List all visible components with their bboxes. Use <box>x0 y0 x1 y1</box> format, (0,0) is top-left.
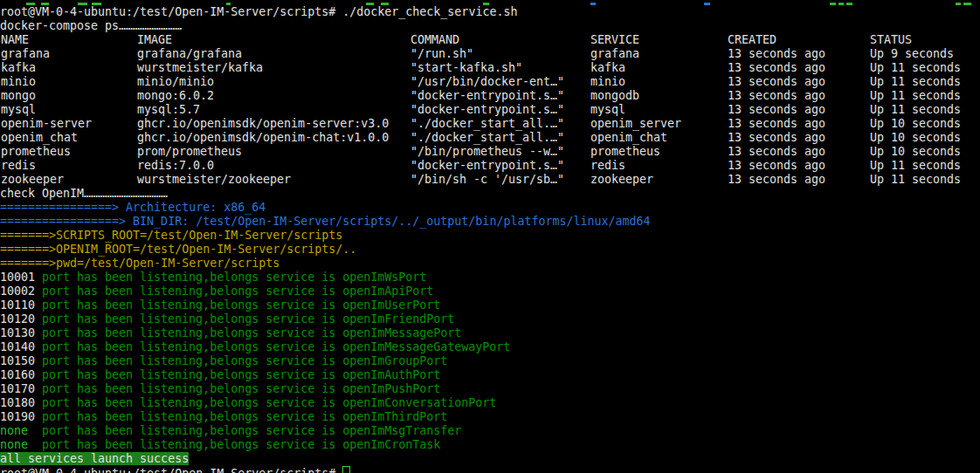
env-line: =======>OPENIM_ROOT=/test/Open-IM-Server… <box>0 243 980 257</box>
cell-status: Up 11 seconds <box>870 61 961 75</box>
cell-image: mongo:6.0.2 <box>137 89 214 103</box>
port-message: port has been listening,belongs service … <box>42 424 335 437</box>
table-row: mysqlmysql:5.7"docker-entrypoint.s…"mysq… <box>0 103 980 117</box>
env-line: =================> BIN_DIR: /test/Open-I… <box>0 215 980 229</box>
cell-created: 13 seconds ago <box>728 145 825 159</box>
port-service-name: openImGroupPort <box>342 354 447 367</box>
env-text: ================> Architecture: x86_64 <box>0 201 266 214</box>
port-message: port has been listening,belongs service … <box>42 354 335 367</box>
cell-command: "/bin/sh -c '/usr/sb…" <box>411 173 564 187</box>
port-message: port has been listening,belongs service … <box>42 340 335 353</box>
port-message: port has been listening,belongs service … <box>42 382 335 395</box>
port-number: 10001 <box>0 271 42 284</box>
port-number: 10190 <box>0 410 42 424</box>
check-openim-line: check OpenIM……………………………… <box>0 187 980 201</box>
port-status-line: 10150port has been listening,belongs ser… <box>0 354 980 368</box>
column-header: SERVICE <box>590 33 639 47</box>
port-service-name: openImThirdPort <box>342 410 447 423</box>
port-service-name: openImPushPort <box>342 382 440 395</box>
cell-name: mysql <box>1 103 36 117</box>
cell-service: grafana <box>590 47 639 61</box>
cell-service: mongodb <box>590 89 639 103</box>
cell-service: mysql <box>590 103 625 117</box>
cell-name: prometheus <box>1 145 71 159</box>
port-status-line: noneport has been listening,belongs serv… <box>0 424 980 438</box>
port-status-line: noneport has been listening,belongs serv… <box>0 438 980 452</box>
prompt-text: root@VM-0-4-ubuntu:/test/Open-IM-Server/… <box>0 5 335 18</box>
cell-service: kafka <box>590 61 625 75</box>
cell-command: "./docker_start_all.…" <box>411 117 564 131</box>
cell-image: prom/prometheus <box>137 145 242 159</box>
cell-created: 13 seconds ago <box>728 103 825 117</box>
port-number: 10110 <box>0 298 42 312</box>
port-service-name: openImCronTask <box>342 438 440 451</box>
terminal-body[interactable]: root@VM-0-4-ubuntu:/test/Open-IM-Server/… <box>0 0 980 473</box>
cell-name: minio <box>1 75 36 89</box>
cell-service: prometheus <box>590 145 660 159</box>
table-row: grafanagrafana/grafana"/run.sh"grafana13… <box>0 47 980 61</box>
port-number: none <box>0 438 42 452</box>
cell-created: 13 seconds ago <box>728 75 825 89</box>
cell-name: mongo <box>1 89 36 103</box>
cell-command: "/bin/prometheus --w…" <box>411 145 564 159</box>
port-service-name: openImMessagePort <box>342 326 461 339</box>
cell-name: zookeeper <box>1 173 64 187</box>
cell-command: "./docker_start_all.…" <box>411 131 564 145</box>
docker-compose-ps-line: docker-compose ps……………………… <box>0 19 980 33</box>
port-message: port has been listening,belongs service … <box>42 368 335 381</box>
port-service-name: openImWsPort <box>342 271 426 284</box>
cell-created: 13 seconds ago <box>728 173 825 187</box>
cell-command: "/run.sh" <box>411 47 473 61</box>
cell-command: "docker-entrypoint.s…" <box>411 103 564 117</box>
cell-created: 13 seconds ago <box>728 89 825 103</box>
terminal-cursor <box>342 466 350 473</box>
port-status-line: 10180port has been listening,belongs ser… <box>0 396 980 410</box>
port-number: 10150 <box>0 354 42 368</box>
cell-service: zookeeper <box>590 173 653 187</box>
env-line: ================> Architecture: x86_64 <box>0 201 980 215</box>
cell-status: Up 10 seconds <box>870 145 961 159</box>
table-row: mongomongo:6.0.2"docker-entrypoint.s…"mo… <box>0 89 980 103</box>
docker-compose-ps-text: docker-compose ps……………………… <box>0 19 182 32</box>
table-row: zookeeperwurstmeister/zookeeper"/bin/sh … <box>0 173 980 187</box>
table-row: openim_chatghcr.io/openimsdk/openim-chat… <box>0 131 980 145</box>
cell-status: Up 11 seconds <box>870 103 961 117</box>
table-row: miniominio/minio"/usr/bin/docker-ent…"mi… <box>0 75 980 89</box>
port-status-line: 10170port has been listening,belongs ser… <box>0 382 980 396</box>
column-header: NAME <box>1 33 29 47</box>
cell-status: Up 10 seconds <box>870 117 961 131</box>
final-prompt-line: root@VM-0-4-ubuntu:/test/Open-IM-Server/… <box>0 466 980 473</box>
table-row: prometheusprom/prometheus"/bin/prometheu… <box>0 145 980 159</box>
cell-command: "docker-entrypoint.s…" <box>411 159 564 173</box>
port-number: 10160 <box>0 368 42 382</box>
port-number: 10140 <box>0 340 42 354</box>
cell-status: Up 9 seconds <box>870 47 954 61</box>
port-number: 10002 <box>0 284 42 298</box>
port-status-line: 10190port has been listening,belongs ser… <box>0 410 980 424</box>
env-text: =======>SCRIPTS_ROOT=/test/Open-IM-Serve… <box>0 229 342 242</box>
cell-image: wurstmeister/zookeeper <box>137 173 291 187</box>
cell-service: redis <box>590 159 625 173</box>
cell-image: mysql:5.7 <box>137 103 200 117</box>
cell-status: Up 11 seconds <box>870 159 961 173</box>
port-number: 10120 <box>0 312 42 326</box>
port-status-line: 10002port has been listening,belongs ser… <box>0 284 980 298</box>
cell-image: ghcr.io/openimsdk/openim-server:v3.0 <box>137 117 389 131</box>
cell-image: grafana/grafana <box>137 47 242 61</box>
cell-image: redis:7.0.0 <box>137 159 214 173</box>
port-service-name: openImAuthPort <box>342 368 440 381</box>
cell-image: minio/minio <box>137 75 214 89</box>
cell-name: kafka <box>1 61 36 75</box>
cell-service: openim_server <box>590 117 681 131</box>
cell-name: openim-server <box>1 117 92 131</box>
port-message: port has been listening,belongs service … <box>42 271 335 284</box>
column-header: IMAGE <box>137 33 172 47</box>
cell-name: openim_chat <box>1 131 78 145</box>
port-service-name: openImConversationPort <box>342 396 496 409</box>
table-row: openim-serverghcr.io/openimsdk/openim-se… <box>0 117 980 131</box>
table-header-row: NAMEIMAGECOMMANDSERVICECREATEDSTATUS <box>0 33 980 47</box>
env-text: =======>OPENIM_ROOT=/test/Open-IM-Server… <box>0 243 356 256</box>
port-status-line: 10140port has been listening,belongs ser… <box>0 340 980 354</box>
cell-status: Up 11 seconds <box>870 173 961 187</box>
port-service-name: openImMsgTransfer <box>342 424 461 437</box>
